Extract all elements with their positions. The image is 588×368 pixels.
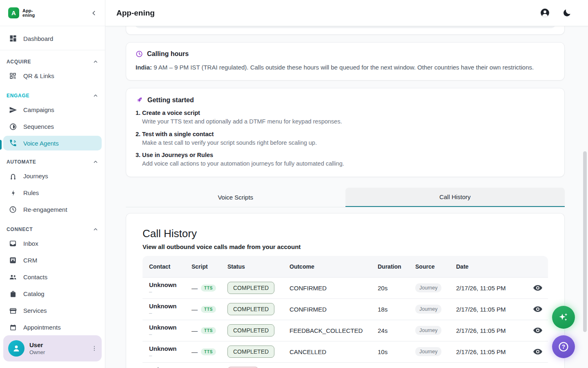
sidebar-item-campaigns[interactable]: Campaigns bbox=[0, 101, 105, 118]
dashboard-icon bbox=[9, 34, 17, 43]
contact-sub: – bbox=[149, 310, 192, 316]
col-date: Date bbox=[456, 263, 527, 270]
sidebar-item-label: Re-engagement bbox=[23, 206, 67, 213]
duration-value: 24s bbox=[378, 327, 415, 334]
sparkles-icon bbox=[558, 312, 569, 323]
status-badge: COMPLETED bbox=[227, 346, 274, 358]
sidebar-item-label: Campaigns bbox=[23, 106, 54, 113]
sidebar-section-automate[interactable]: AUTOMATE bbox=[0, 156, 105, 168]
scrollbar-thumb[interactable] bbox=[583, 151, 587, 332]
people-icon bbox=[9, 273, 17, 281]
step-item: 3. Use in Journeys or Rules Add voice ca… bbox=[136, 152, 555, 168]
dark-mode-toggle[interactable] bbox=[562, 8, 572, 18]
getting-started-steps: 1. Create a voice script Write your TTS … bbox=[136, 110, 555, 168]
call-history-subtitle: View all outbound voice calls made from … bbox=[143, 243, 548, 250]
account-button[interactable] bbox=[540, 8, 550, 18]
step-item: 2. Test with a single contact Make a tes… bbox=[136, 131, 555, 147]
contact-name: Unknown bbox=[149, 281, 192, 288]
step-desc: Make a test call to verify your script s… bbox=[142, 139, 317, 147]
eye-icon bbox=[533, 304, 543, 314]
contact-name: Unknown bbox=[149, 324, 192, 331]
user-card[interactable]: User Owner bbox=[3, 335, 102, 361]
view-call-button[interactable] bbox=[531, 324, 544, 337]
sidebar-section-connect[interactable]: CONNECT bbox=[0, 224, 105, 235]
sidebar-item-label: Journeys bbox=[23, 173, 48, 180]
sidebar-item-journeys[interactable]: Journeys bbox=[0, 168, 105, 184]
help-button[interactable]: ? bbox=[552, 335, 575, 358]
lightning-bolt-icon bbox=[9, 188, 17, 197]
col-duration: Duration bbox=[378, 263, 415, 270]
outcome-value: CONFIRMED bbox=[290, 306, 378, 313]
ai-assistant-button[interactable] bbox=[552, 306, 575, 329]
send-icon bbox=[9, 105, 17, 114]
duration-value: 10s bbox=[378, 348, 415, 355]
getting-started-card: Getting started 1. Create a voice script… bbox=[126, 88, 565, 177]
tab-bar: Voice Scripts Call History bbox=[126, 188, 565, 207]
outcome-value: FEEDBACK_COLLECTED bbox=[290, 327, 378, 334]
sidebar-item-re-engagement[interactable]: Re-engagement bbox=[0, 201, 105, 218]
step-title: Create a voice script bbox=[142, 110, 342, 116]
sidebar-item-label: Voice Agents bbox=[23, 140, 59, 147]
contact-sub: – bbox=[149, 331, 192, 337]
step-desc: Write your TTS text and optionally add a… bbox=[142, 118, 342, 126]
outcome-value: CONFIRMED bbox=[290, 285, 378, 292]
contact-name: Unknown bbox=[149, 366, 192, 368]
sidebar-item-label: QR & Links bbox=[23, 72, 54, 79]
active-item-indicator bbox=[0, 140, 2, 150]
status-badge: COMPLETED bbox=[227, 282, 274, 294]
table-row: Unknown– —TTS COMPLETED CONFIRMED 20s Jo… bbox=[143, 277, 548, 298]
view-call-button[interactable] bbox=[531, 345, 544, 358]
view-call-button[interactable] bbox=[531, 303, 544, 316]
sidebar-item-dashboard[interactable]: Dashboard bbox=[0, 29, 105, 48]
sidebar-item-qr-links[interactable]: QR & Links bbox=[0, 67, 105, 84]
moon-icon bbox=[562, 8, 572, 18]
sidebar-item-label: Inbox bbox=[23, 240, 38, 247]
col-outcome: Outcome bbox=[290, 263, 378, 270]
user-meta: User Owner bbox=[29, 341, 45, 355]
sidebar-logo-row: A App- ening bbox=[0, 0, 105, 26]
sidebar-item-label: Catalog bbox=[23, 290, 45, 297]
getting-started-title: Getting started bbox=[147, 96, 194, 104]
sidebar-collapse-button[interactable] bbox=[90, 9, 98, 17]
sidebar-item-label: Appointments bbox=[23, 324, 61, 331]
sidebar-item-label: Rules bbox=[23, 189, 39, 196]
inbox-icon bbox=[9, 239, 17, 248]
contact-name: Unknown bbox=[149, 345, 192, 352]
contact-sub: – bbox=[149, 352, 192, 359]
sidebar-item-voice-agents[interactable]: Voice Agents bbox=[3, 136, 102, 150]
status-badge: COMPLETED bbox=[227, 324, 274, 337]
kebab-menu-icon bbox=[91, 345, 98, 352]
storefront-icon bbox=[9, 306, 17, 315]
sidebar-item-label: CRM bbox=[23, 257, 37, 264]
view-call-button[interactable] bbox=[531, 366, 544, 368]
main-content: Calling hours India: 9 AM – 9 PM IST (TR… bbox=[105, 26, 588, 368]
duration-value: 20s bbox=[378, 285, 415, 292]
sidebar-item-contacts[interactable]: Contacts bbox=[0, 269, 105, 285]
contact-name: Unknown bbox=[149, 303, 192, 310]
sidebar-section-acquire[interactable]: ACQUIRE bbox=[0, 56, 105, 67]
rocket-icon bbox=[136, 96, 143, 104]
sidebar-item-appointments[interactable]: Appointments bbox=[0, 319, 105, 336]
step-desc: Add voice call actions to your automatio… bbox=[142, 160, 344, 168]
route-icon bbox=[9, 172, 17, 180]
date-value: 2/17/26, 11:05 PM bbox=[456, 285, 527, 292]
sidebar-item-rules[interactable]: Rules bbox=[0, 184, 105, 201]
person-icon bbox=[11, 343, 21, 353]
source-badge: Journey bbox=[415, 347, 441, 356]
sidebar-item-inbox[interactable]: Inbox bbox=[0, 235, 105, 252]
col-contact: Contact bbox=[149, 263, 192, 270]
brand-logo: A bbox=[8, 7, 19, 18]
clock-icon bbox=[9, 205, 17, 214]
table-row: Unknown– —TTS FAILED NO_ANSWER 30s Journ… bbox=[143, 362, 548, 368]
sidebar-item-catalog[interactable]: Catalog bbox=[0, 285, 105, 302]
sidebar-item-label: Contacts bbox=[23, 274, 47, 280]
sidebar-item-sequences[interactable]: Sequences bbox=[0, 118, 105, 135]
view-call-button[interactable] bbox=[531, 281, 544, 294]
tab-call-history[interactable]: Call History bbox=[345, 188, 565, 207]
tab-voice-scripts[interactable]: Voice Scripts bbox=[126, 188, 345, 207]
date-value: 2/17/26, 11:05 PM bbox=[456, 306, 527, 313]
sidebar-section-engage[interactable]: ENGAGE bbox=[0, 90, 105, 101]
sidebar-item-services[interactable]: Services bbox=[0, 302, 105, 319]
user-menu-button[interactable] bbox=[91, 345, 98, 352]
sidebar-item-crm[interactable]: CRM bbox=[0, 252, 105, 269]
